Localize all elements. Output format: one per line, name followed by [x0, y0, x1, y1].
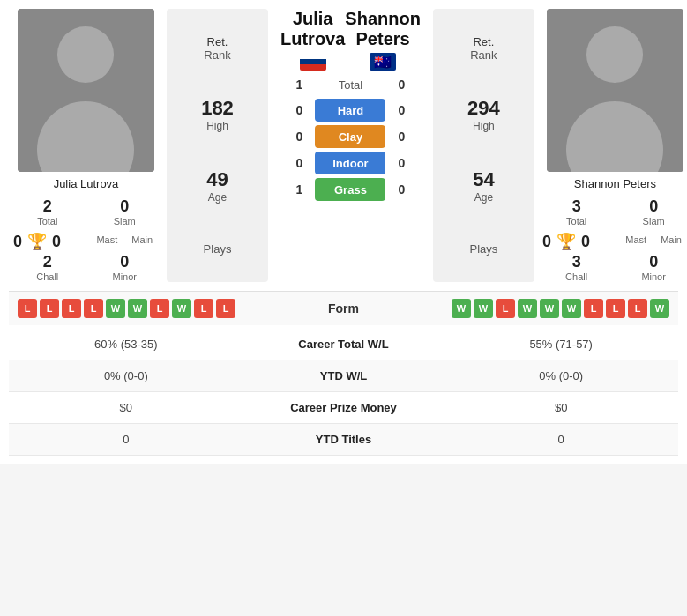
table-cell-p1: 60% (53-35)	[9, 329, 243, 360]
trophy-icon-p2: 🏆	[556, 232, 576, 251]
hard-p2: 0	[392, 103, 410, 117]
p2-slam-cell: 0 Slam	[619, 197, 687, 226]
table-cell-p2: $0	[444, 392, 678, 424]
p1-minor-cell: 0 Minor	[91, 253, 160, 282]
table-cell-label: Career Total W/L	[243, 329, 444, 360]
center-p2-name: Shannon Peters	[345, 9, 421, 49]
surface-row-indoor: 0 Indoor 0	[272, 152, 429, 174]
p1-slam-cell: 0 Slam	[91, 197, 160, 226]
form-badge-p1: L	[40, 299, 59, 318]
grass-p1: 1	[290, 182, 308, 197]
hard-badge: Hard	[315, 99, 385, 122]
player1-name: Julia Lutrova	[54, 177, 119, 190]
p1-trophy-row: 0 🏆 0	[13, 232, 82, 251]
table-cell-label: YTD Titles	[243, 424, 444, 456]
surface-row-grass: 1 Grass 0	[272, 178, 429, 201]
grass-p2: 0	[392, 182, 410, 197]
p1-high-value: 182	[201, 97, 234, 120]
p2-chall-cell: 3 Chall	[542, 253, 611, 282]
p2-mast-labels: Mast Main	[619, 228, 687, 251]
table-cell-p2: 0	[444, 424, 678, 456]
form-badge-p1: L	[18, 299, 37, 318]
p2-high-value: 294	[467, 97, 500, 120]
p2-rank-label: Rank	[470, 48, 497, 62]
p1-slam-label: Slam	[114, 216, 136, 226]
p2-chall-label: Chall	[565, 271, 587, 282]
p2-mast-value: 0	[542, 233, 551, 251]
clay-badge: Clay	[315, 125, 385, 148]
form-badge-p2: W	[650, 299, 669, 318]
p1-chall-label: Chall	[36, 271, 58, 282]
top-section: Julia Lutrova 2 Total 0 Slam 0 🏆 0 Mast	[9, 9, 678, 282]
p2-high-label: High	[473, 120, 495, 132]
form-section: LLLLWWLWLL Form WWLWWWLLLW	[9, 291, 678, 325]
table-row: 0 YTD Titles 0	[9, 424, 678, 456]
player1-stats: 2 Total 0 Slam 0 🏆 0 Mast Main 2	[9, 197, 163, 282]
form-badge-p1: L	[150, 299, 169, 318]
p1-flag-row	[280, 53, 345, 71]
p1-mast-labels: Mast Main	[91, 228, 160, 251]
player2-stats: 3 Total 0 Slam 0 🏆 0 Mast Main 3	[538, 197, 687, 282]
p1-rank-block: Ret. Rank	[204, 35, 230, 62]
form-badge-p2: L	[606, 299, 625, 318]
form-badge-p2: L	[584, 299, 603, 318]
p1-total-value: 2	[43, 197, 52, 216]
player2-photo	[547, 9, 683, 172]
p1-form-badges: LLLLWWLWLL	[18, 299, 235, 318]
main-container: Julia Lutrova 2 Total 0 Slam 0 🏆 0 Mast	[0, 0, 687, 464]
player1-card: Julia Lutrova 2 Total 0 Slam 0 🏆 0 Mast	[9, 9, 163, 282]
table-cell-p1: $0	[9, 392, 243, 424]
p2-ret-label: Ret.	[473, 35, 494, 48]
p1-age-block: 49 Age	[206, 168, 228, 204]
form-badge-p1: W	[172, 299, 191, 318]
p2-total-value: 3	[572, 197, 581, 216]
table-row: $0 Career Prize Money $0	[9, 392, 678, 424]
total-label: Total	[315, 78, 385, 92]
p1-flag	[300, 53, 326, 71]
p2-plays-label: Plays	[469, 242, 497, 256]
clay-p2: 0	[392, 130, 410, 144]
p1-main-value: 0	[52, 233, 61, 251]
grass-badge: Grass	[315, 178, 385, 201]
p2-age-label: Age	[474, 191, 493, 204]
p2-age-block: 54 Age	[473, 168, 494, 204]
p2-chall-value: 3	[572, 253, 581, 271]
table-cell-label: Career Prize Money	[243, 392, 444, 424]
p2-form-badges: WWLWWWLLLW	[452, 299, 669, 318]
total-p1-score: 1	[290, 78, 308, 92]
indoor-p2: 0	[392, 156, 410, 170]
p2-minor-cell: 0 Minor	[619, 253, 687, 282]
form-badge-p2: W	[562, 299, 581, 318]
p1-mast-value: 0	[13, 233, 22, 251]
surface-row-clay: 0 Clay 0	[272, 125, 429, 148]
player2-name: Shannon Peters	[574, 177, 656, 190]
table-cell-p2: 0% (0-0)	[444, 360, 678, 392]
p2-high-block: 294 High	[467, 97, 500, 132]
p2-flag	[370, 53, 396, 71]
p1-slam-value: 0	[120, 197, 129, 216]
total-row: 1 Total 0	[272, 78, 429, 92]
p1-age-value: 49	[206, 168, 228, 191]
table-cell-p2: 55% (71-57)	[444, 329, 678, 360]
p2-age-value: 54	[473, 168, 494, 191]
stats-table: 60% (53-35) Career Total W/L 55% (71-57)…	[9, 329, 678, 456]
trophy-icon-p1: 🏆	[27, 232, 47, 251]
player1-photo	[18, 9, 154, 172]
surface-rows: 0 Hard 0 0 Clay 0 0 Indoor 0 1 Grass	[272, 99, 429, 201]
p2-flag-row	[345, 53, 421, 71]
table-cell-p1: 0% (0-0)	[9, 360, 243, 392]
form-badge-p1: W	[106, 299, 125, 318]
p1-high-label: High	[206, 120, 228, 132]
form-badge-p1: W	[128, 299, 147, 318]
surface-row-hard: 0 Hard 0	[272, 99, 429, 122]
svg-point-1	[57, 26, 114, 83]
clay-p1: 0	[290, 130, 308, 144]
form-badge-p2: L	[628, 299, 647, 318]
table-cell-p1: 0	[9, 424, 243, 456]
svg-point-4	[586, 26, 643, 83]
p1-age-label: Age	[208, 191, 227, 204]
p2-minor-value: 0	[649, 253, 658, 271]
p2-slam-value: 0	[649, 197, 658, 216]
form-badge-p1: L	[62, 299, 81, 318]
p2-slam-label: Slam	[643, 216, 665, 226]
